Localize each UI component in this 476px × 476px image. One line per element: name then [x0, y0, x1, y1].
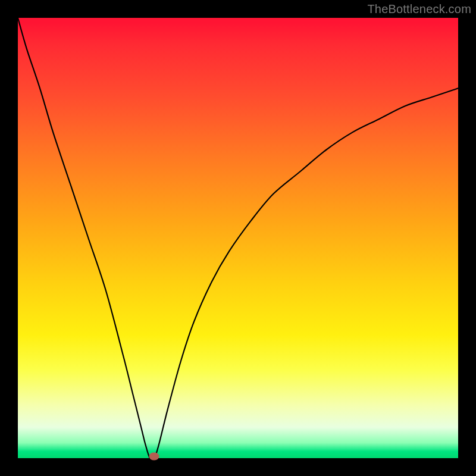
- optimum-marker: [149, 453, 159, 461]
- chart-frame: TheBottleneck.com: [0, 0, 476, 476]
- plot-area: [18, 18, 458, 458]
- bottleneck-curve: [18, 18, 458, 458]
- curve-path: [18, 18, 458, 458]
- watermark-text: TheBottleneck.com: [367, 2, 471, 16]
